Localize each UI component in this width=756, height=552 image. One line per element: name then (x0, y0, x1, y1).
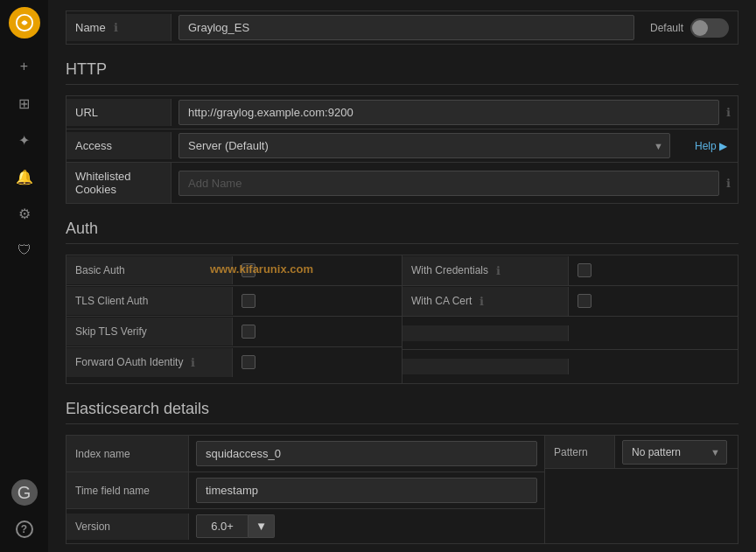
with-ca-cert-checkbox[interactable] (578, 294, 592, 308)
forward-oauth-info-icon[interactable]: ℹ (191, 356, 195, 369)
whitelisted-info-icon[interactable]: ℹ (726, 177, 731, 190)
help-icon: ? (16, 521, 33, 538)
index-name-input[interactable] (196, 441, 537, 466)
sidebar-item-security[interactable]: 🛡 (7, 234, 42, 266)
with-credentials-value (569, 255, 600, 285)
access-select-wrapper: Server (Default) Browser Direct ▼ (178, 133, 670, 158)
forward-oauth-value (233, 347, 264, 377)
url-label: URL (66, 99, 172, 126)
tls-client-auth-label: TLS Client Auth (66, 287, 233, 315)
version-button[interactable]: 6.0+ (196, 514, 248, 538)
pattern-value-cell: No pattern ▼ (615, 435, 734, 470)
shield-icon: 🛡 (18, 242, 32, 258)
auth-section-title: Auth (66, 220, 738, 244)
version-label: Version (66, 514, 189, 540)
version-row: Version 6.0+ ▼ (66, 509, 544, 543)
sidebar-item-alerts[interactable]: 🔔 (7, 161, 42, 192)
star-icon: ✦ (18, 132, 30, 149)
whitelisted-input[interactable] (178, 171, 719, 196)
skip-tls-value (233, 317, 264, 346)
version-select-wrapper: 6.0+ ▼ (196, 514, 275, 538)
pattern-row: Pattern No pattern ▼ (545, 436, 738, 469)
pattern-select[interactable]: No pattern (622, 440, 727, 465)
time-field-label: Time field name (66, 472, 189, 508)
version-value-cell: 6.0+ ▼ (189, 509, 544, 543)
default-toggle[interactable] (690, 18, 729, 38)
default-label: Default (650, 22, 683, 34)
with-ca-cert-label: With CA Cert ℹ (402, 287, 569, 316)
with-ca-cert-value (569, 286, 600, 316)
name-input[interactable] (178, 15, 634, 40)
index-name-row: Index name (66, 436, 544, 472)
app-logo[interactable] (9, 7, 40, 38)
skip-tls-checkbox[interactable] (242, 325, 256, 339)
whitelisted-label: Whitelisted Cookies (66, 163, 172, 203)
empty-label-2 (402, 359, 569, 374)
with-credentials-checkbox[interactable] (578, 263, 592, 277)
forward-oauth-checkbox[interactable] (242, 355, 256, 369)
time-field-row: Time field name (66, 472, 544, 509)
version-dropdown-button[interactable]: ▼ (248, 514, 275, 538)
pattern-select-wrapper: No pattern ▼ (622, 440, 727, 465)
http-section-title: HTTP (66, 60, 738, 85)
elasticsearch-section-title: Elasticsearch details (66, 400, 738, 424)
version-chevron-icon: ▼ (256, 520, 267, 533)
with-ca-cert-info-icon[interactable]: ℹ (480, 295, 484, 308)
bell-icon: 🔔 (16, 169, 33, 185)
sidebar-item-add[interactable]: + (7, 51, 42, 82)
main-content: Name ℹ Default HTTP URL ℹ Access Server … (48, 0, 756, 552)
sidebar: + ⊞ ✦ 🔔 ⚙ 🛡 G ? (0, 0, 48, 552)
sidebar-item-help[interactable]: ? (7, 514, 42, 545)
with-credentials-info-icon[interactable]: ℹ (496, 264, 500, 277)
add-icon: + (20, 59, 28, 74)
sidebar-item-avatar[interactable]: G (7, 477, 42, 508)
basic-auth-label: Basic Auth (66, 256, 233, 284)
sidebar-item-star[interactable]: ✦ (7, 124, 42, 156)
access-label: Access (66, 132, 172, 159)
basic-auth-value (233, 255, 264, 285)
forward-oauth-label: Forward OAuth Identity ℹ (66, 348, 233, 377)
url-input[interactable] (178, 100, 719, 125)
index-name-value-cell (189, 436, 544, 472)
tls-client-auth-value (233, 286, 264, 316)
url-info-icon[interactable]: ℹ (726, 106, 731, 119)
toggle-knob (692, 20, 708, 36)
gear-icon: ⚙ (18, 206, 31, 222)
tls-client-auth-checkbox[interactable] (242, 294, 256, 308)
with-credentials-label: With Credentials ℹ (402, 256, 569, 285)
avatar-icon: G (11, 479, 38, 506)
skip-tls-label: Skip TLS Verify (66, 318, 233, 346)
access-select[interactable]: Server (Default) Browser Direct (178, 133, 670, 158)
time-field-input[interactable] (196, 478, 537, 503)
empty-label-1 (402, 325, 569, 341)
dashboard-icon: ⊞ (18, 95, 30, 112)
sidebar-item-dashboard[interactable]: ⊞ (7, 87, 42, 119)
basic-auth-checkbox[interactable] (242, 263, 256, 277)
pattern-label: Pattern (545, 436, 615, 468)
index-name-label: Index name (66, 436, 189, 472)
time-field-value-cell (189, 472, 544, 508)
sidebar-item-settings[interactable]: ⚙ (7, 198, 42, 229)
name-info-icon[interactable]: ℹ (114, 21, 118, 34)
name-label: Name ℹ (66, 14, 172, 41)
help-link[interactable]: Help ▶ (695, 140, 727, 152)
